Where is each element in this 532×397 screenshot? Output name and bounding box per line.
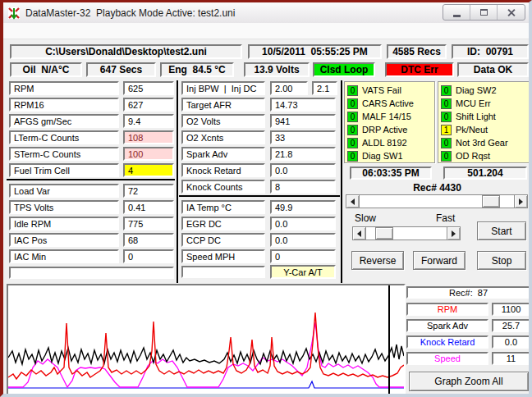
data-row: EGR DC 0.0 [181, 217, 336, 230]
fast-label: Fast [436, 212, 455, 224]
field-value: 625 [123, 81, 174, 95]
field-label: LTerm-C Counts [9, 130, 119, 144]
stop-button[interactable]: Stop [477, 251, 526, 270]
middle-data-group2: IA Temp °C 49.9 EGR DC 0.0 CCP DC 0.0 Sp… [181, 200, 336, 266]
flag-indicator: 0 [347, 98, 358, 109]
data-row: O2 Volts 941 [181, 114, 337, 128]
data-row: Spark Adv 21.8 [181, 147, 337, 161]
flag-indicator: 0 [441, 138, 452, 148]
flags-panel-2: 0 Diag SW2 0 MCU Err 0 Shift Light 1 Pk/… [438, 81, 530, 163]
seconds-field: 647 Secs [86, 62, 156, 77]
minimize-icon [453, 15, 461, 17]
field-value: 775 [123, 217, 174, 230]
close-button[interactable] [498, 5, 525, 20]
flag-row: 0 MALF 14/15 [347, 110, 432, 123]
field-label: Load Var [9, 184, 119, 198]
legend-value: 11 [492, 352, 530, 365]
field-value: 0 [123, 249, 174, 263]
data-row: IAC Pos 68 [9, 233, 174, 247]
legend-value: 1100 [492, 303, 530, 316]
flag-indicator: 1 [441, 125, 452, 135]
speed-scrollbar-thumb[interactable] [375, 227, 393, 240]
closed-loop-status: Clsd Loop [313, 62, 375, 77]
field-label: Inj BPW | Inj DC [181, 81, 265, 95]
speed-right-arrow[interactable] [447, 226, 461, 240]
field-value: 49.9 [270, 200, 336, 214]
field-label: O2 Volts [181, 114, 265, 128]
left-divider [7, 179, 175, 180]
scroll-right-arrow[interactable] [514, 194, 528, 208]
graph-record-field: Rec#: 87 [406, 286, 530, 299]
flag-row: 0 CARS Active [347, 97, 432, 110]
datetime-field: 10/5/2011 05:55:25 PM [248, 44, 382, 59]
data-row: Knock Retard 0.0 [181, 163, 337, 177]
data-row: LTerm-C Counts 108 [9, 130, 174, 144]
window-controls [443, 4, 525, 21]
flag-row: 0 VATS Fail [347, 84, 432, 97]
restore-button[interactable] [470, 5, 498, 20]
column-divider-2 [341, 80, 342, 283]
left-data-group2: Load Var 72 TPS Volts 0.41 Idle RPM 775 … [9, 184, 174, 266]
playback-time-field: 06:03:35 PM [350, 167, 432, 180]
flag-row: 0 ALDL 8192 [347, 136, 432, 149]
data-row: STerm-C Counts 100 [9, 147, 174, 161]
record-count-field: 4585 Recs [387, 44, 447, 59]
right-arrow-icon [452, 230, 456, 237]
speed-scrollbar[interactable] [352, 226, 461, 240]
field-value: 0.0 [270, 233, 336, 247]
dtc-error-status: DTC Err [385, 62, 454, 77]
graph-legend-row: Spark Adv 25.7 [406, 319, 530, 332]
data-row: RPM 625 [9, 81, 174, 95]
graph-zoom-all-button[interactable]: Graph Zoom All [409, 372, 529, 391]
data-row: Knock Counts 8 [181, 180, 337, 194]
flag-row: 0 OD Rqst [441, 149, 527, 162]
right-arrow-icon [519, 198, 523, 205]
middle-divider [179, 195, 340, 197]
start-button[interactable]: Start [477, 221, 526, 240]
field-label: RPM [9, 81, 119, 95]
scroll-left-arrow[interactable] [346, 194, 360, 208]
speed-scrollbar-track[interactable] [366, 226, 447, 240]
slow-label: Slow [355, 212, 376, 224]
menu-bar [3, 23, 529, 39]
minimize-button[interactable] [443, 5, 470, 20]
flag-label: Shift Light [456, 112, 496, 121]
field-label: AFGS gm/Sec [9, 114, 119, 128]
flag-label: Pk/Neut [456, 125, 488, 135]
field-value: 941 [270, 114, 336, 128]
record-scrollbar-track[interactable] [360, 194, 514, 208]
flag-indicator: 0 [441, 112, 452, 122]
record-scrollbar-thumb[interactable] [482, 195, 500, 208]
file-path-field: C:\Users\Donald\Desktop\test2.uni [10, 44, 242, 59]
speed-left-arrow[interactable] [352, 226, 366, 240]
middle-data-group1: Inj BPW | Inj DC 2.00 2.1 Target AFR 14.… [181, 81, 337, 196]
field-label: Spark Adv [181, 147, 265, 161]
data-row: IAC Min 0 [9, 249, 174, 263]
title-bar[interactable]: DataMaster-32 Playback Mode Active: test… [3, 2, 529, 23]
record-scrollbar[interactable] [346, 194, 528, 208]
data-ok-status: Data OK [457, 62, 529, 77]
field-value: 627 [123, 98, 174, 112]
data-row: RPM16 627 [9, 98, 174, 112]
column-divider-1 [177, 80, 178, 283]
flag-row: 0 Not 3rd Gear [441, 136, 527, 149]
field-value: 108 [123, 130, 174, 144]
flag-label: OD Rqst [456, 151, 490, 161]
graph-plot[interactable] [8, 285, 404, 395]
forward-button[interactable]: Forward [413, 251, 466, 270]
flag-row: 0 Shift Light [441, 110, 527, 123]
field-value: 9.4 [123, 114, 174, 128]
id-field: ID: 00791 [452, 44, 529, 59]
flag-row: 0 Diag SW1 [347, 149, 432, 162]
graph-area[interactable] [7, 284, 406, 396]
inj-dc-value: 2.1 [312, 81, 337, 95]
volts-field: 13.9 Volts [244, 62, 310, 77]
graph-legend-row: Speed 11 [406, 352, 530, 365]
flag-indicator: 0 [347, 125, 358, 135]
flag-indicator: 0 [347, 151, 358, 162]
app-window: DataMaster-32 Playback Mode Active: test… [0, 0, 532, 397]
field-value: 72 [123, 184, 174, 198]
reverse-button[interactable]: Reverse [351, 251, 404, 270]
flag-indicator: 0 [347, 138, 358, 148]
legend-label: Knock Retard [406, 335, 488, 349]
